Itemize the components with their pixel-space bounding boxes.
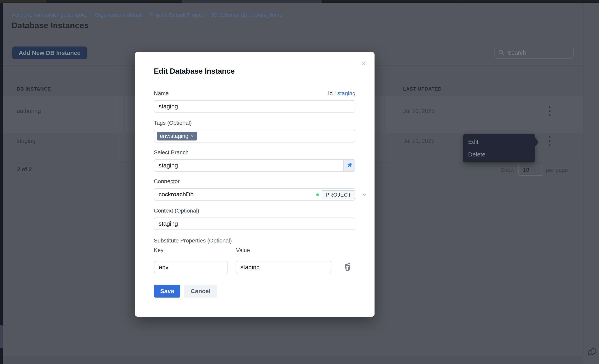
chevron-down-icon (362, 192, 368, 198)
key-label: Key (154, 247, 163, 253)
screen: Account: kurosakiichigo.songoku › Organi… (0, 0, 599, 364)
breadcrumb-separator: › (145, 12, 147, 18)
breadcrumb-separator: › (206, 12, 208, 18)
connector-value: cockroachDb (154, 191, 194, 198)
tag-chip-text: env:staging (160, 133, 188, 139)
connector-select[interactable]: cockroachDb PROJECT (154, 188, 355, 201)
breadcrumb: Account: kurosakiichigo.songoku › Organi… (12, 12, 282, 18)
context-menu-pointer (534, 137, 539, 147)
tab-segment (0, 0, 46, 3)
bottom-band (3, 357, 583, 364)
search-icon (498, 49, 505, 56)
tab-separator (322, 0, 323, 3)
right-gutter-line (583, 3, 583, 364)
tag-remove-icon[interactable]: × (191, 133, 194, 139)
instance-id: Id : staging (328, 90, 355, 97)
branch-value: staging (154, 162, 344, 169)
trash-icon (343, 262, 352, 272)
header-divider (3, 38, 583, 38)
breadcrumb-account[interactable]: Account: kurosakiichigo.songoku (12, 12, 88, 18)
close-icon[interactable] (360, 60, 368, 68)
kebab-dot (549, 144, 551, 146)
substitute-key-input[interactable] (154, 261, 228, 273)
tab-separator (182, 0, 182, 3)
pushpin-icon (346, 162, 353, 169)
name-input[interactable] (154, 100, 355, 113)
tab-segment-active (182, 0, 322, 3)
search-input[interactable] (508, 50, 564, 56)
id-label: Id : (328, 90, 336, 96)
add-db-instance-button[interactable]: Add New DB Instance (12, 46, 87, 59)
search-box[interactable] (494, 47, 574, 59)
context-label: Context (Optional) (154, 208, 199, 214)
kebab-dot (549, 114, 551, 116)
page-size-value: 10 (523, 167, 529, 173)
page-size-select[interactable]: 10 (518, 164, 542, 176)
row-count-label: 2 of 2 (17, 166, 32, 173)
tab-segment (323, 0, 461, 3)
tab-separator (46, 0, 46, 3)
kebab-dot (549, 136, 551, 138)
tags-input[interactable]: env:staging × (154, 130, 355, 142)
kebab-dot (549, 110, 551, 112)
row-name: staging (17, 138, 35, 144)
status-dot-green (316, 193, 319, 196)
row-actions-kebab-icon[interactable] (547, 135, 552, 148)
branch-input[interactable]: staging (154, 159, 355, 172)
modal-title: Edit Database Instance (154, 67, 235, 75)
row-last-updated: Jul 10, 2025 (403, 138, 435, 144)
left-edge-strip (0, 3, 3, 364)
breadcrumb-organization[interactable]: Organization: default (95, 12, 143, 18)
value-label: Value (236, 247, 250, 253)
scope-badge: PROJECT (322, 190, 355, 199)
kebab-dot (549, 140, 551, 142)
connector-label: Connector (154, 178, 180, 185)
column-header-last-updated: LAST UPDATED (403, 86, 441, 92)
support-chat-icon[interactable] (586, 346, 598, 358)
page-title: Database Instances (12, 21, 88, 30)
tags-label: Tags (Optional) (154, 120, 192, 126)
per-page-label: per page (546, 167, 568, 173)
context-menu-edit[interactable]: Edit (468, 139, 478, 145)
column-header-db-instance: DB INSTANCE (17, 86, 51, 92)
browser-tab-strip (0, 0, 599, 3)
context-menu-delete[interactable]: Delete (468, 151, 485, 158)
substitute-properties-label: Substitute Properties (Optional) (154, 238, 232, 244)
cancel-button[interactable]: Cancel (184, 285, 217, 298)
pin-branch-button[interactable] (344, 160, 355, 171)
tag-chip[interactable]: env:staging × (157, 132, 197, 141)
row-context-menu: Edit Delete (463, 134, 535, 162)
breadcrumb-separator: › (90, 12, 92, 18)
delete-substitute-row-button[interactable] (342, 262, 353, 272)
kebab-dot (549, 106, 551, 108)
breadcrumb-db-schema[interactable]: DB Schema: db_devops_demo (211, 12, 282, 18)
row-actions-kebab-icon[interactable] (547, 105, 552, 117)
edit-db-instance-modal: Edit Database Instance Name Id : staging… (135, 52, 375, 317)
tab-separator (461, 0, 461, 3)
tab-segment (461, 0, 599, 3)
drawer-handle[interactable] (0, 325, 3, 348)
tab-segment (46, 0, 182, 3)
substitute-value-input[interactable] (236, 261, 331, 273)
branch-label: Select Branch (154, 149, 189, 156)
row-name: authoring (17, 108, 41, 114)
breadcrumb-project[interactable]: Project: Default Project (150, 12, 203, 18)
save-button[interactable]: Save (154, 285, 180, 298)
name-label: Name (154, 90, 169, 97)
show-label: Show (501, 167, 514, 173)
chevron-down-icon (533, 167, 538, 172)
context-input[interactable] (154, 218, 355, 230)
id-value-link[interactable]: staging (337, 90, 355, 96)
row-last-updated: Jul 10, 2025 (403, 108, 435, 114)
